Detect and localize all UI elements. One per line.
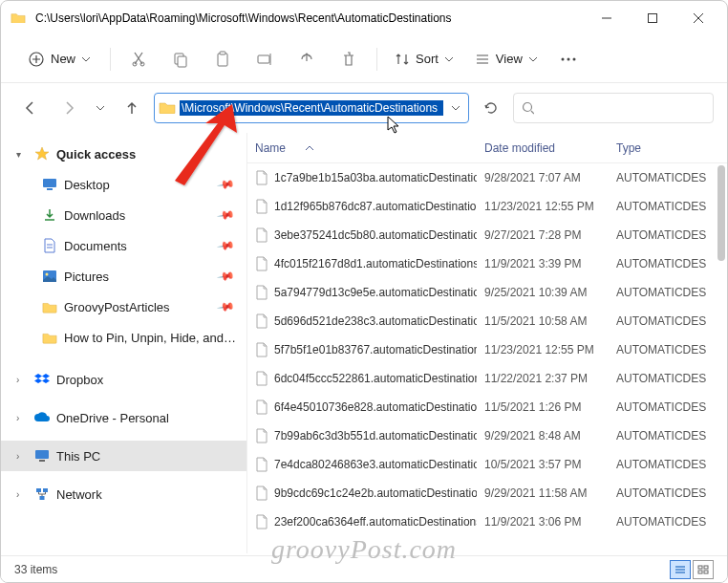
folder-icon xyxy=(41,299,58,314)
sidebar-item-documents[interactable]: Documents 📌 xyxy=(1,230,246,261)
up-button[interactable] xyxy=(116,92,148,124)
svg-rect-24 xyxy=(47,188,53,190)
sort-button[interactable]: Sort xyxy=(387,46,461,73)
view-button[interactable]: View xyxy=(467,46,546,73)
sidebar-dropbox[interactable]: › Dropbox xyxy=(1,364,246,395)
sidebar-quick-access[interactable]: ▾ Quick access xyxy=(1,139,246,169)
back-button[interactable] xyxy=(14,92,47,124)
copy-icon[interactable] xyxy=(162,42,199,76)
cut-icon[interactable] xyxy=(120,42,157,76)
address-text[interactable]: \Microsoft\Windows\Recent\AutomaticDesti… xyxy=(180,100,443,116)
sidebar-item-desktop[interactable]: Desktop 📌 xyxy=(1,169,246,200)
close-button[interactable] xyxy=(679,4,717,32)
table-row[interactable]: 3ebe375241dc5b80.automaticDestination..9… xyxy=(247,221,727,249)
sidebar-this-pc[interactable]: › This PC xyxy=(1,441,246,471)
chevron-down-icon xyxy=(81,54,91,64)
sidebar-item-folder[interactable]: GroovyPostArticles 📌 xyxy=(1,292,246,322)
table-row[interactable]: 1d12f965b876dc87.automaticDestination..1… xyxy=(247,192,727,221)
svg-rect-11 xyxy=(218,54,227,66)
main: ▾ Quick access Desktop 📌 Downloads 📌 Doc… xyxy=(1,133,727,553)
table-row[interactable]: 5f7b5f1e01b83767.automaticDestinations..… xyxy=(247,335,727,364)
chevron-down-icon[interactable] xyxy=(447,103,464,113)
sidebar-item-label: How to Pin, Unpin, Hide, and Re xyxy=(64,331,239,345)
search-input[interactable] xyxy=(540,101,705,115)
file-type-cell: AUTOMATICDES xyxy=(609,515,727,529)
sidebar-onedrive[interactable]: › OneDrive - Personal xyxy=(1,402,246,433)
details-view-button[interactable] xyxy=(670,560,691,579)
file-type-cell: AUTOMATICDES xyxy=(609,171,727,184)
svg-rect-32 xyxy=(43,488,48,492)
column-name[interactable]: Name xyxy=(247,141,477,155)
star-icon xyxy=(33,146,51,162)
pin-icon: 📌 xyxy=(216,297,235,316)
file-type-cell: AUTOMATICDES xyxy=(609,458,727,471)
delete-icon[interactable] xyxy=(331,42,367,76)
pin-icon: 📌 xyxy=(216,267,235,286)
file-name-cell: 3ebe375241dc5b80.automaticDestination.. xyxy=(247,227,477,243)
document-icon xyxy=(41,238,58,253)
sidebar-item-label: Pictures xyxy=(64,270,213,284)
tiles-view-button[interactable] xyxy=(693,560,714,579)
pin-icon: 📌 xyxy=(216,236,235,255)
new-button[interactable]: New xyxy=(18,45,100,74)
table-row[interactable]: 7e4dca80246863e3.automaticDestination..1… xyxy=(247,450,727,479)
table-row[interactable]: 6dc04f5ccc522861.automaticDestination..1… xyxy=(247,364,727,393)
rename-icon[interactable] xyxy=(246,42,283,76)
picture-icon xyxy=(41,269,58,284)
watermark: groovyPost.com xyxy=(271,534,457,565)
minimize-button[interactable] xyxy=(588,4,626,32)
table-row[interactable]: 4fc015f2167d8d1.automaticDestinations-..… xyxy=(247,249,727,278)
file-date-cell: 11/9/2021 3:39 PM xyxy=(477,257,609,270)
file-icon xyxy=(255,199,268,214)
recent-locations-button[interactable] xyxy=(91,92,110,124)
titlebar: C:\Users\lori\AppData\Roaming\Microsoft\… xyxy=(1,1,727,35)
more-button[interactable] xyxy=(551,57,586,61)
sidebar-item-pictures[interactable]: Pictures 📌 xyxy=(1,261,246,292)
file-name-cell: 7b99ab6c3d3b551d.automaticDestination.. xyxy=(247,428,477,443)
table-row[interactable]: 6f4e45010736e828.automaticDestination..1… xyxy=(247,393,727,421)
column-date[interactable]: Date modified xyxy=(477,141,609,155)
file-date-cell: 9/25/2021 10:39 AM xyxy=(477,286,609,299)
file-name-cell: 4fc015f2167d8d1.automaticDestinations-.. xyxy=(247,256,477,271)
address-bar[interactable]: \Microsoft\Windows\Recent\AutomaticDesti… xyxy=(154,93,469,123)
sidebar-item-label: Dropbox xyxy=(56,373,239,387)
sidebar-item-folder[interactable]: How to Pin, Unpin, Hide, and Re xyxy=(1,322,246,353)
table-row[interactable]: 1c7a9be1b15a03ba.automaticDestination..9… xyxy=(247,163,727,192)
table-row[interactable]: 5a794779d13c9e5e.automaticDestination..9… xyxy=(247,278,727,307)
table-row[interactable]: 9b9cdc69c1c24e2b.automaticDestination..9… xyxy=(247,479,727,507)
file-name-cell: 5a794779d13c9e5e.automaticDestination.. xyxy=(247,285,477,300)
file-name-cell: 1d12f965b876dc87.automaticDestination.. xyxy=(247,199,477,214)
file-type-cell: AUTOMATICDES xyxy=(609,486,727,500)
file-icon xyxy=(255,514,268,529)
share-icon[interactable] xyxy=(289,42,325,76)
scrollbar[interactable] xyxy=(717,165,725,261)
network-icon xyxy=(33,486,51,502)
file-date-cell: 11/23/2021 12:55 PM xyxy=(477,343,609,356)
paste-icon[interactable] xyxy=(204,42,241,76)
sidebar-network[interactable]: › Network xyxy=(1,479,246,509)
separator xyxy=(110,48,111,71)
folder-icon xyxy=(41,330,58,345)
file-icon xyxy=(255,399,268,415)
table-row[interactable]: 5d696d521de238c3.automaticDestination..1… xyxy=(247,307,727,335)
maximize-button[interactable] xyxy=(633,4,672,32)
table-row[interactable]: 23ef200ca6364eff.automaticDestinations-.… xyxy=(247,507,727,536)
file-date-cell: 11/9/2021 3:06 PM xyxy=(477,515,609,529)
forward-button[interactable] xyxy=(53,92,85,124)
svg-rect-30 xyxy=(39,460,45,462)
svg-point-18 xyxy=(561,57,564,60)
column-type[interactable]: Type xyxy=(609,141,727,155)
sidebar-item-downloads[interactable]: Downloads 📌 xyxy=(1,200,246,230)
refresh-button[interactable] xyxy=(475,92,507,124)
cloud-icon xyxy=(33,410,51,425)
file-rows: 1c7a9be1b15a03ba.automaticDestination..9… xyxy=(247,163,727,536)
svg-rect-39 xyxy=(698,571,702,573)
search-box[interactable] xyxy=(513,93,714,123)
search-icon xyxy=(522,101,534,115)
table-row[interactable]: 7b99ab6c3d3b551d.automaticDestination..9… xyxy=(247,421,727,450)
window-title: C:\Users\lori\AppData\Roaming\Microsoft\… xyxy=(35,11,588,25)
file-icon xyxy=(255,457,268,472)
chevron-right-icon: › xyxy=(16,489,28,500)
navbar: \Microsoft\Windows\Recent\AutomaticDesti… xyxy=(1,83,727,133)
file-name-cell: 6f4e45010736e828.automaticDestination.. xyxy=(247,399,477,415)
